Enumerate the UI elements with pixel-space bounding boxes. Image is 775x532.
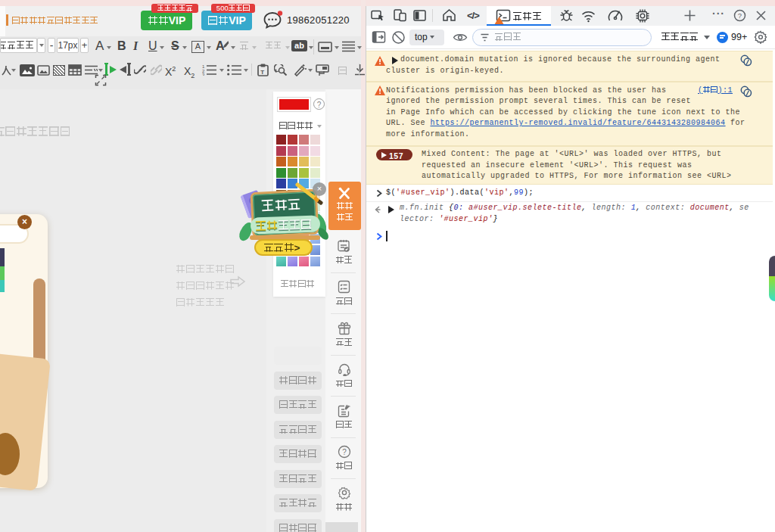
svg-text:3: 3 xyxy=(202,73,205,76)
svg-text:?: ? xyxy=(342,448,347,456)
svg-text:?: ? xyxy=(738,11,742,20)
svg-text:T: T xyxy=(260,69,264,76)
